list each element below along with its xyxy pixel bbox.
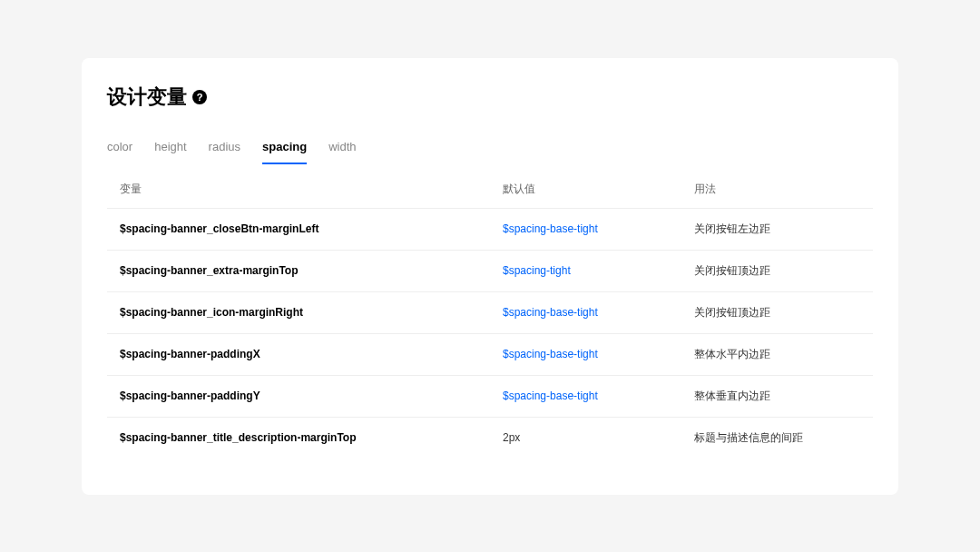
table-row: $spacing-banner-paddingY$spacing-base-ti…: [107, 375, 873, 417]
usage: 关闭按钮顶边距: [681, 250, 873, 291]
table-row: $spacing-banner_closeBtn-marginLeft$spac…: [107, 208, 873, 250]
tab-radius[interactable]: radius: [209, 133, 240, 164]
variable-name: $spacing-banner_icon-marginRight: [107, 291, 490, 333]
table-row: $spacing-banner_title_description-margin…: [107, 417, 873, 458]
default-value[interactable]: $spacing-base-tight: [490, 291, 681, 333]
variable-name: $spacing-banner-paddingY: [107, 375, 490, 417]
col-header-default-value: 默认值: [490, 171, 681, 209]
tab-color[interactable]: color: [107, 133, 132, 164]
content-card: 设计变量 ? colorheightradiusspacingwidth 变量 …: [82, 58, 898, 495]
tab-width[interactable]: width: [328, 133, 356, 164]
table-row: $spacing-banner_extra-marginTop$spacing-…: [107, 250, 873, 291]
usage: 关闭按钮顶边距: [681, 291, 873, 333]
col-header-usage: 用法: [681, 171, 873, 209]
table-row: $spacing-banner_icon-marginRight$spacing…: [107, 291, 873, 333]
variable-name: $spacing-banner-paddingX: [107, 333, 490, 375]
table-row: $spacing-banner-paddingX$spacing-base-ti…: [107, 333, 873, 375]
help-icon[interactable]: ?: [192, 90, 207, 104]
variable-name: $spacing-banner_title_description-margin…: [107, 417, 490, 458]
table-header-row: 变量 默认值 用法: [107, 171, 873, 209]
default-value[interactable]: $spacing-base-tight: [490, 375, 681, 417]
variable-name: $spacing-banner_closeBtn-marginLeft: [107, 208, 490, 250]
default-value: 2px: [490, 417, 681, 458]
title-row: 设计变量 ?: [107, 84, 873, 111]
page-title: 设计变量: [107, 84, 187, 111]
tab-spacing[interactable]: spacing: [262, 133, 307, 164]
usage: 关闭按钮左边距: [681, 208, 873, 250]
col-header-variable: 变量: [107, 171, 490, 209]
default-value[interactable]: $spacing-base-tight: [490, 333, 681, 375]
default-value[interactable]: $spacing-base-tight: [490, 208, 681, 250]
usage: 整体垂直内边距: [681, 375, 873, 417]
variables-table: 变量 默认值 用法 $spacing-banner_closeBtn-margi…: [107, 171, 873, 458]
usage: 整体水平内边距: [681, 333, 873, 375]
tabs: colorheightradiusspacingwidth: [107, 133, 873, 165]
usage: 标题与描述信息的间距: [681, 417, 873, 458]
tab-height[interactable]: height: [154, 133, 186, 164]
variable-name: $spacing-banner_extra-marginTop: [107, 250, 490, 291]
default-value[interactable]: $spacing-tight: [490, 250, 681, 291]
